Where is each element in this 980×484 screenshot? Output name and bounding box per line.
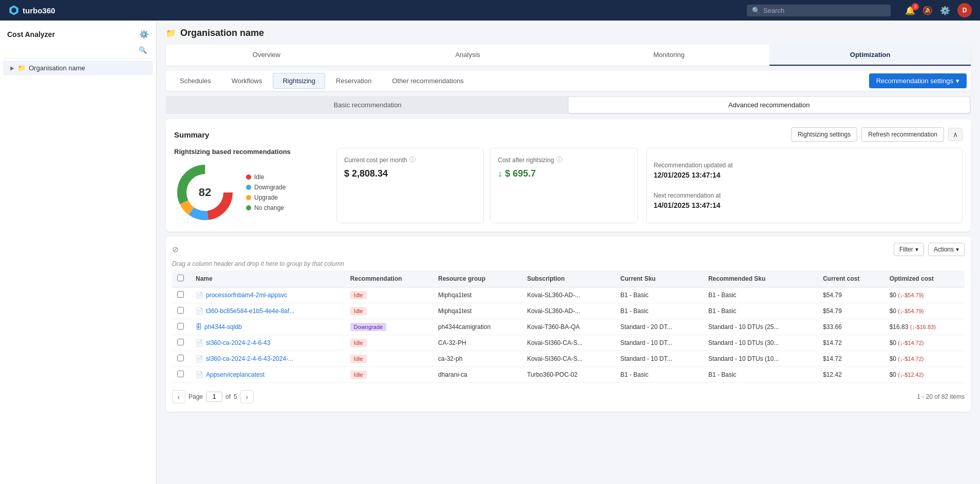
rec-tabs: Basic recommendation Advanced recommenda… [166,96,971,114]
of-label: of [225,393,231,400]
info-icon2: ⓘ [556,156,562,164]
alerts-icon[interactable]: 🔕 [922,6,933,15]
tab-analysis[interactable]: Analysis [367,45,569,66]
tab-rightsizing[interactable]: Rightsizing [273,73,325,89]
cost-diff: (↓-$14.72) [898,356,924,362]
recommendation-badge: Idle [350,339,367,347]
search-bar[interactable]: 🔍 [747,5,891,16]
name-link[interactable]: 🗄 ph4344-sqldb [196,323,340,331]
name-link[interactable]: 📄 Appserviceplancatest [196,371,340,378]
row-checkbox[interactable] [172,351,191,367]
row-optimized-cost: $0 (↓-$14.72) [884,335,965,351]
checkbox-header[interactable] [172,270,191,287]
actions-button[interactable]: Actions ▾ [928,243,965,256]
resource-icon: 📄 [196,371,203,378]
tab-overview[interactable]: Overview [166,45,367,66]
row-checkbox[interactable] [172,367,191,383]
user-avatar[interactable]: D [957,3,972,17]
cost-diff: (↓-$16.83) [910,324,936,330]
col-optimized-cost[interactable]: Optimized cost [884,270,965,287]
row-resource-group: ca-32-ph [433,351,522,367]
row-recommendation: Idle [345,303,433,319]
rightsizing-settings-button[interactable]: Rightsizing settings [791,127,857,142]
col-current-cost[interactable]: Current cost [818,270,884,287]
actions-label: Actions [934,246,954,253]
row-recommendation: Idle [345,367,433,383]
sidebar-header: Cost Analyzer ⚙️ [0,25,156,44]
rec-updated-value: 12/01/2025 13:47:14 [654,171,955,179]
row-checkbox[interactable] [172,287,191,303]
sidebar-search-input[interactable] [9,47,139,54]
folder-icon: 📁 [17,64,26,72]
next-page-button[interactable]: › [240,390,254,403]
row-checkbox[interactable] [172,335,191,351]
name-link[interactable]: 📄 processorfnbam4-2ml-appsvc [196,292,340,299]
row-optimized-cost: $0 (↓-$54.79) [884,303,965,319]
sub-tabs-left: Schedules Workflows Rightsizing Reservat… [170,73,474,89]
tab-advanced-recommendation[interactable]: Advanced recommendation [569,97,970,113]
select-all-checkbox[interactable] [177,275,184,281]
tab-reservation[interactable]: Reservation [326,73,381,89]
drop-hint: Drag a column header and drop it here to… [172,260,965,267]
row-current-sku: Standard - 10 DT... [615,335,703,351]
sidebar-item-org[interactable]: ▶ 📁 Organisation name [3,61,153,75]
tab-monitoring[interactable]: Monitoring [569,45,770,66]
col-recommendation[interactable]: Recommendation [345,270,433,287]
row-current-sku: Standard - 20 DT... [615,319,703,335]
row-optimized-cost: $16.83 (↓-$16.83) [884,319,965,335]
data-table: Name Recommendation Resource group Subsc… [172,270,965,383]
app-logo[interactable]: turbo360 [8,5,55,16]
prev-page-button[interactable]: ‹ [172,390,185,403]
row-recommendation: Idle [345,335,433,351]
app-name: turbo360 [23,6,55,15]
col-recommended-sku[interactable]: Recommended Sku [703,270,818,287]
search-input[interactable] [763,7,876,14]
sidebar-gear-icon[interactable]: ⚙️ [139,30,149,39]
chevron-right-icon: ▶ [10,65,14,71]
row-name: 🗄 ph4344-sqldb [191,319,345,335]
row-recommended-sku: B1 - Basic [703,367,818,383]
notifications-bell-icon[interactable]: 🔔 3 [905,6,915,15]
row-name: 📄 t360-bc85e584-e1b5-4e4e-8af... [191,303,345,319]
page-label: Page [189,393,203,400]
sidebar-search[interactable]: 🔍 [4,44,152,59]
tab-other-recommendations[interactable]: Other recommendations [382,73,473,89]
filter-funnel-icon[interactable]: ⊘ [172,245,179,254]
tab-optimization[interactable]: Optimization [769,45,971,66]
row-recommended-sku: B1 - Basic [703,303,818,319]
col-subscription[interactable]: Subscription [522,270,615,287]
cost-diff: (↓-$14.72) [898,340,924,346]
filter-button[interactable]: Filter ▾ [894,243,924,256]
row-checkbox[interactable] [172,319,191,335]
legend-idle: Idle [246,173,286,181]
row-current-cost: $33.66 [818,319,884,335]
resource-icon: 📄 [196,307,203,315]
items-info: 1 - 20 of 82 items [917,393,965,400]
row-name: 📄 sl360-ca-2024-2-4-6-43 [191,335,345,351]
refresh-recommendation-button[interactable]: Refresh recommendation [861,127,944,142]
collapse-button[interactable]: ∧ [948,128,963,141]
name-link[interactable]: 📄 sl360-ca-2024-2-4-6-43-2024-... [196,355,340,362]
settings-gear-icon[interactable]: ⚙️ [940,6,950,15]
row-recommendation: Downgrade [345,319,433,335]
tab-workflows[interactable]: Workflows [222,73,272,89]
next-rec-row: Next recommendation at 14/01/2025 13:47:… [654,192,955,209]
page-title: Organisation name [180,28,264,38]
legend-upgrade: Upgrade [246,194,286,201]
row-name: 📄 sl360-ca-2024-2-4-6-43-2024-... [191,351,345,367]
downgrade-label: Downgrade [254,184,286,191]
tab-schedules[interactable]: Schedules [170,73,221,89]
name-link[interactable]: 📄 t360-bc85e584-e1b5-4e4e-8af... [196,307,340,315]
tab-basic-recommendation[interactable]: Basic recommendation [167,97,569,113]
page-input[interactable] [206,392,222,402]
row-checkbox[interactable] [172,303,191,319]
col-current-sku[interactable]: Current Sku [615,270,703,287]
recommendation-settings-button[interactable]: Recommendation settings ▾ [869,73,967,88]
row-resource-group: dharani-ca [433,367,522,383]
col-name[interactable]: Name [191,270,345,287]
col-resource-group[interactable]: Resource group [433,270,522,287]
row-subscription: Kovai-SI360-CA-S... [522,335,615,351]
next-rec-label: Next recommendation at [654,192,955,199]
row-recommendation: Idle [345,351,433,367]
name-link[interactable]: 📄 sl360-ca-2024-2-4-6-43 [196,339,340,346]
